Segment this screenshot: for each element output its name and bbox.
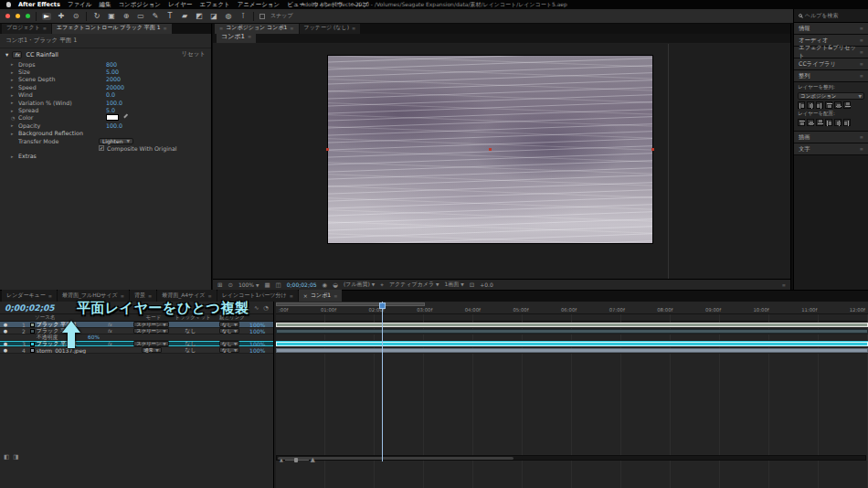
menu-animation[interactable]: アニメーション [238, 1, 280, 9]
zoom-window-button[interactable] [26, 14, 30, 18]
panel-menu-icon[interactable]: ≡ [782, 282, 786, 288]
zoom-slider-knob[interactable] [294, 458, 298, 462]
layer-anchor-point[interactable] [489, 148, 492, 151]
layer-track-row[interactable] [276, 347, 868, 354]
distribute-right-button[interactable] [843, 119, 851, 126]
layer-label-swatch[interactable] [30, 348, 35, 353]
eraser-tool-icon[interactable]: ◪ [209, 13, 218, 20]
grid-guides-icon[interactable]: ▦ [264, 281, 270, 289]
selection-tool-icon[interactable]: ► [42, 13, 51, 20]
clone-stamp-tool-icon[interactable]: ◩ [195, 13, 204, 20]
property-value[interactable]: 20000 [106, 84, 124, 90]
text-tool-icon[interactable]: T [165, 13, 175, 20]
twirl-right-icon[interactable]: ▸ [11, 131, 18, 136]
color-swatch[interactable] [106, 114, 119, 121]
zoom-in-mountain-icon[interactable]: ▲ [311, 456, 315, 463]
layer-mode-dropdown[interactable]: スクリーン▼ [133, 328, 168, 334]
panel-header-paint[interactable]: 描画≡ [794, 132, 868, 143]
twirl-right-icon[interactable]: ▸ [11, 154, 18, 159]
effect-name[interactable]: CC Rainfall [26, 51, 58, 58]
zoom-level-dropdown[interactable]: 100% ▼ [238, 281, 259, 288]
property-value[interactable]: 2000 [106, 76, 121, 82]
distribute-horizontal-center-button[interactable] [834, 119, 842, 126]
help-search-field[interactable]: ヘルプを検索 [794, 9, 868, 23]
layer-parent-dropdown[interactable]: なし▼ [219, 328, 239, 334]
menu-layer[interactable]: レイヤー [168, 1, 192, 9]
snap-checkbox[interactable] [259, 14, 265, 19]
active-camera-dropdown[interactable]: アクティブカメラ ▼ [389, 281, 439, 289]
panel-menu-icon[interactable]: ≡ [208, 293, 212, 299]
timeline-zoom-slider[interactable]: ▲ ▲ [280, 456, 315, 463]
align-right-button[interactable] [816, 101, 823, 109]
twirl-right-icon[interactable]: ▸ [11, 77, 18, 82]
panel-menu-icon[interactable]: ≡ [860, 49, 863, 55]
puppet-pin-tool-icon[interactable]: ⊺ [238, 13, 248, 20]
layer-stretch-value[interactable]: 100% [249, 322, 273, 328]
twirl-right-icon[interactable]: ▸ [11, 100, 18, 105]
panel-menu-icon[interactable]: ≡ [121, 293, 124, 299]
layer-handle-right[interactable] [651, 148, 654, 151]
twirl-right-icon[interactable]: ▸ [11, 108, 18, 113]
panel-menu-icon[interactable]: ≡ [860, 61, 863, 67]
twirl-right-icon[interactable]: ▸ [11, 92, 18, 98]
motion-blur-toggle-icon[interactable]: ◔ [263, 304, 269, 312]
playhead-handle[interactable] [379, 302, 386, 309]
distribute-vertical-center-button[interactable] [807, 119, 814, 126]
panel-menu-icon[interactable]: ≡ [333, 293, 337, 299]
panel-menu-icon[interactable]: ≡ [290, 26, 293, 31]
twirl-right-icon[interactable]: ▸ [11, 84, 18, 90]
layer-track-row-selected[interactable] [276, 341, 868, 347]
shape-tool-icon[interactable]: ▭ [136, 13, 145, 20]
align-horizontal-center-button[interactable] [807, 101, 814, 109]
current-time-display[interactable]: 0;00;02;05 [287, 281, 317, 288]
panel-menu-icon[interactable]: ≡ [352, 26, 355, 31]
minimize-window-button[interactable] [16, 14, 20, 18]
playhead-line[interactable] [382, 302, 383, 461]
stopwatch-icon[interactable]: ◔ [11, 115, 18, 121]
align-vertical-center-button[interactable] [834, 101, 842, 109]
tab-comp1-active[interactable]: ×コンポ1≡ [299, 290, 342, 302]
pixel-aspect-icon[interactable]: ⊡ [470, 281, 474, 289]
work-area-bar[interactable] [276, 302, 425, 306]
transfer-mode-dropdown[interactable]: Lighten▼ [99, 138, 133, 144]
eye-icon[interactable]: ● [0, 322, 11, 327]
panel-menu-icon[interactable]: ≡ [248, 34, 251, 39]
layer-duration-bar[interactable] [276, 329, 868, 334]
property-value[interactable]: 5.0 [106, 107, 115, 113]
distribute-left-button[interactable] [825, 119, 832, 126]
align-bottom-button[interactable] [843, 101, 851, 109]
panel-menu-icon[interactable]: ≡ [860, 73, 863, 79]
menu-file[interactable]: ファイル [68, 1, 92, 9]
layer-trkmat-cell[interactable]: なし [171, 327, 209, 335]
effect-reset-button[interactable]: リセット [181, 50, 206, 58]
always-preview-icon[interactable]: ⊞ [217, 281, 222, 289]
layer-duration-bar[interactable] [276, 348, 868, 353]
panel-menu-icon[interactable]: ≡ [860, 134, 863, 140]
layer-stretch-value[interactable]: 100% [249, 347, 273, 354]
layer-mode-dropdown[interactable]: スクリーン▼ [133, 322, 168, 327]
layer-track-row[interactable] [276, 328, 868, 334]
hand-tool-icon[interactable]: ✚ [57, 13, 66, 20]
layer-track-row[interactable] [276, 322, 868, 328]
panel-header-effects-presets[interactable]: エフェクト&プリセット≡ [794, 47, 868, 58]
track-area[interactable]: :00f01:00f02:00f03:00f04:00f05:00f06:00f… [276, 302, 868, 488]
panel-menu-icon[interactable]: ≡ [860, 146, 863, 152]
menu-composition[interactable]: コンポジション [118, 1, 161, 9]
region-of-interest-icon[interactable]: ⌖ [380, 281, 384, 289]
close-window-button[interactable] [5, 14, 10, 18]
twirl-right-icon[interactable]: ▸ [11, 122, 18, 128]
panel-menu-icon[interactable]: ≡ [48, 293, 52, 299]
layer-row[interactable]: ● 4 storm_00137.jpeg 通常▼ なし なし▼ 100% [0, 347, 273, 354]
apple-logo-icon[interactable] [6, 2, 11, 7]
align-top-button[interactable] [825, 101, 832, 109]
magnification-icon[interactable]: ⊙ [228, 281, 232, 289]
distribute-bottom-button[interactable] [816, 119, 823, 126]
exposure-value[interactable]: +0.0 [480, 281, 493, 288]
layer-parent-dropdown[interactable]: なし▼ [219, 322, 239, 327]
layer-parent-dropdown[interactable]: なし▼ [219, 347, 239, 353]
eye-icon[interactable]: ● [0, 347, 11, 353]
panel-menu-icon[interactable]: ≡ [860, 26, 863, 31]
layer-mode-dropdown[interactable]: 通常▼ [142, 347, 162, 353]
panel-header-info[interactable]: 情報≡ [794, 23, 868, 35]
panel-menu-icon[interactable]: ≡ [860, 37, 863, 43]
